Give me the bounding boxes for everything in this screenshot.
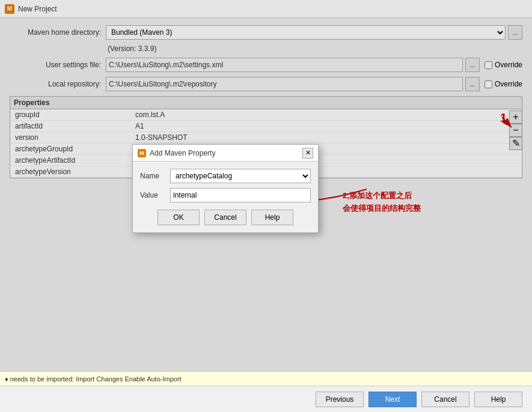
modal-name-select[interactable]: archetypeCatalogarchetypeRepositoryarche…	[170, 169, 311, 183]
next-btn[interactable]: Next	[368, 392, 417, 407]
modal-cancel-btn[interactable]: Cancel	[204, 210, 246, 225]
help-btn[interactable]: Help	[474, 392, 522, 407]
modal-dialog: M Add Maven Property ✕ Name archetypeCat…	[132, 144, 319, 233]
modal-value-row: Value	[140, 188, 311, 202]
status-bar: ♦ needs to be imported: Import Changes E…	[0, 371, 532, 386]
cancel-btn[interactable]: Cancel	[421, 392, 469, 407]
modal-body: Name archetypeCatalogarchetypeRepository…	[133, 162, 318, 232]
modal-name-label: Name	[140, 172, 170, 180]
modal-help-btn[interactable]: Help	[251, 210, 293, 225]
status-text: ♦ needs to be imported: Import Changes E…	[5, 375, 182, 383]
modal-title-bar: M Add Maven Property ✕	[133, 145, 318, 162]
bottom-bar: Previous Next Cancel Help	[0, 386, 532, 412]
modal-buttons: OK Cancel Help	[140, 210, 311, 225]
modal-title-text: Add Maven Property	[150, 149, 215, 157]
main-window: M New Project Maven home directory: Bund…	[0, 0, 532, 412]
modal-value-input[interactable]	[170, 188, 311, 202]
modal-close-btn[interactable]: ✕	[302, 148, 313, 159]
modal-name-input-wrap: archetypeCatalogarchetypeRepositoryarche…	[170, 169, 311, 183]
previous-btn[interactable]: Previous	[316, 392, 364, 407]
modal-ok-btn[interactable]: OK	[157, 210, 200, 225]
modal-overlay: M Add Maven Property ✕ Name archetypeCat…	[0, 0, 532, 412]
modal-title-left: M Add Maven Property	[138, 149, 215, 157]
modal-icon: M	[138, 149, 146, 157]
modal-value-label: Value	[140, 191, 170, 199]
modal-value-input-wrap	[170, 188, 311, 202]
modal-name-row: Name archetypeCatalogarchetypeRepository…	[140, 169, 311, 183]
